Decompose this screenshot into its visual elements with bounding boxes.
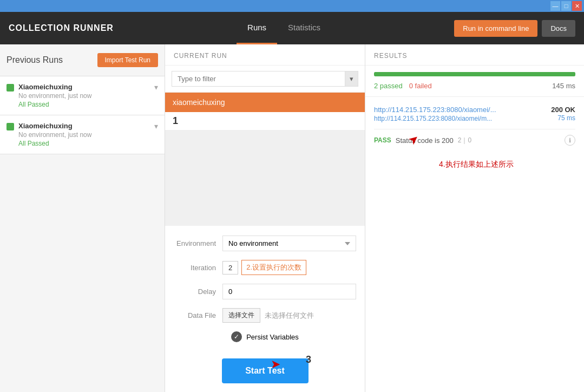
run-item-name: Xiaomeichuxing <box>18 83 152 91</box>
run-item-info: Xiaomeichuxing No environment, just now … <box>18 122 152 147</box>
minimize-button[interactable]: — <box>550 1 560 11</box>
start-btn-row: ➤ 3 Start Test <box>165 352 365 392</box>
divider <box>365 96 584 97</box>
iteration-annotation: 2.设置执行的次数 <box>241 260 306 275</box>
annotation4-text: 4.执行结果如上述所示 <box>439 160 514 169</box>
iteration-label: Iteration <box>174 264 222 272</box>
import-test-run-button[interactable]: Import Test Run <box>97 53 158 67</box>
titlebar: — □ ✕ <box>0 0 584 12</box>
environment-label: Environment <box>174 239 222 247</box>
start-test-button[interactable]: Start Test <box>222 358 309 383</box>
step1-number: 1 <box>165 112 365 130</box>
tab-runs[interactable]: Runs <box>237 12 277 44</box>
test-label: Status code is 200 <box>396 136 454 145</box>
content-panels: CURRENT RUN ▾ ➤ xiaomeichuxing 1 <box>165 44 584 392</box>
result-url[interactable]: http://114.215.175.223:8080/xiaomei/... <box>374 106 496 114</box>
sidebar: Previous Runs Import Test Run Xiaomeichu… <box>0 44 165 392</box>
choose-file-button[interactable]: 选择文件 <box>222 308 260 323</box>
delay-row: Delay 0 <box>174 279 356 304</box>
close-button[interactable]: ✕ <box>572 1 582 11</box>
result-sub-row: http://114.215.175.223:8080/xiaomei/m...… <box>374 114 575 122</box>
total-time: 145 ms <box>552 82 575 90</box>
iteration-value: 2 <box>222 261 238 275</box>
collection-item[interactable]: xiaomeichuxing <box>165 93 365 112</box>
results-progress-fill <box>374 72 575 76</box>
results-progress-bar <box>374 72 575 76</box>
test-counts: 2｜0 <box>458 136 471 145</box>
list-item[interactable]: Xiaomeichuxing No environment, just now … <box>0 76 165 115</box>
info-icon[interactable]: ℹ <box>565 135 575 146</box>
result-time: 75 ms <box>557 114 575 122</box>
result-request: http://114.215.175.223:8080/xiaomei/... … <box>365 101 584 127</box>
current-run-panel: CURRENT RUN ▾ ➤ xiaomeichuxing 1 <box>165 44 365 392</box>
run-item-env: No environment, just now <box>18 92 152 100</box>
iteration-input-wrap: 2 2.设置执行的次数 <box>222 260 306 275</box>
sidebar-header: Previous Runs Import Test Run <box>0 44 165 76</box>
divider <box>374 129 575 129</box>
step3-number: 3 <box>306 354 311 365</box>
run-item-status: All Passed <box>18 140 152 147</box>
run-status-indicator <box>6 123 14 130</box>
run-item-env: No environment, just now <box>18 131 152 139</box>
collection-area: ➤ xiaomeichuxing 1 <box>165 93 365 130</box>
environment-row: Environment No environment <box>174 231 356 256</box>
app-title: COLLECTION RUNNER <box>9 23 114 33</box>
chevron-down-icon: ▾ <box>154 122 158 130</box>
run-item-info: Xiaomeichuxing No environment, just now … <box>18 83 152 108</box>
result-status-code: 200 OK <box>551 106 575 114</box>
environment-select[interactable]: No environment <box>222 236 356 251</box>
filter-chevron-icon[interactable]: ▾ <box>345 71 358 87</box>
result-url-sub[interactable]: http://114.215.175.223:8080/xiaomei/m... <box>374 115 492 122</box>
list-item[interactable]: Xiaomeichuxing No environment, just now … <box>0 115 165 154</box>
filter-row: ▾ <box>165 66 365 93</box>
results-stats: 2 passed 0 failed 145 ms <box>365 80 584 96</box>
result-test-row: PASS Status code is 200 2｜0 ℹ <box>365 132 584 149</box>
filter-input[interactable] <box>172 71 345 87</box>
run-status-indicator <box>6 84 14 92</box>
form-area: Environment No environment Iteration 2 2… <box>165 226 365 352</box>
passed-count: 2 passed <box>374 82 403 90</box>
sidebar-title: Previous Runs <box>6 55 63 65</box>
delay-label: Delay <box>174 288 222 296</box>
annotation4-area: ➤ 4.执行结果如上述所示 <box>365 149 584 169</box>
collection-list-area <box>165 130 365 226</box>
run-item-name: Xiaomeichuxing <box>18 122 152 130</box>
header-tabs: Runs Statistics <box>114 12 454 44</box>
docs-button[interactable]: Docs <box>542 20 575 37</box>
failed-count: 0 failed <box>409 82 432 90</box>
results-header: RESULTS <box>365 44 584 66</box>
header-actions: Run in command line Docs <box>454 20 575 37</box>
run-in-cmd-button[interactable]: Run in command line <box>454 20 537 37</box>
iteration-row: Iteration 2 2.设置执行的次数 <box>174 256 356 279</box>
persist-checkbox[interactable]: ✓ <box>231 331 242 342</box>
pass-badge: PASS <box>374 136 391 144</box>
delay-input[interactable]: 0 <box>222 284 356 299</box>
data-file-row: Data File 选择文件 未选择任何文件 <box>174 304 356 327</box>
current-run-header: CURRENT RUN <box>165 44 365 66</box>
no-file-text: 未选择任何文件 <box>265 311 314 321</box>
restore-button[interactable]: □ <box>561 1 571 11</box>
result-request-top: http://114.215.175.223:8080/xiaomei/... … <box>374 106 575 114</box>
data-file-label: Data File <box>174 311 222 319</box>
persist-row: ✓ Persist Variables <box>174 327 356 347</box>
results-panel: RESULTS 2 passed 0 failed 145 ms http://… <box>365 44 584 392</box>
persist-label: Persist Variables <box>246 333 299 341</box>
content-area: CURRENT RUN ▾ ➤ xiaomeichuxing 1 <box>165 44 584 392</box>
app-header: COLLECTION RUNNER Runs Statistics Run in… <box>0 12 584 44</box>
chevron-down-icon: ▾ <box>154 83 158 92</box>
main-layout: Previous Runs Import Test Run Xiaomeichu… <box>0 44 584 392</box>
arrow-3-icon: ➤ <box>271 357 280 371</box>
tab-statistics[interactable]: Statistics <box>277 12 331 44</box>
run-item-status: All Passed <box>18 101 152 108</box>
